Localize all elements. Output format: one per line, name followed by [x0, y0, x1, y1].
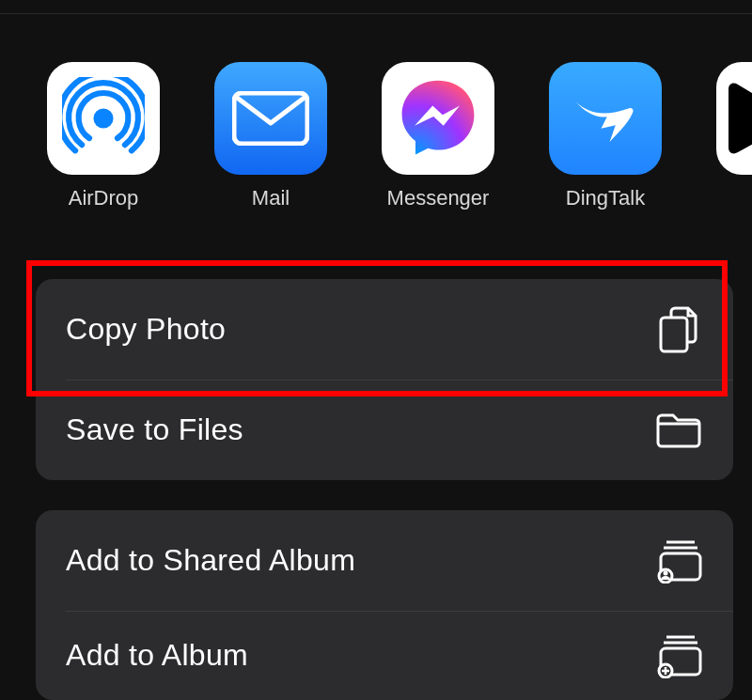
- share-app-mail[interactable]: Mail: [214, 62, 327, 210]
- add-album-icon: [652, 630, 705, 682]
- share-app-label: AirDrop: [69, 186, 139, 210]
- svg-point-0: [93, 108, 113, 128]
- share-app-label: Mail: [252, 186, 290, 210]
- action-add-shared-album[interactable]: Add to Shared Album: [36, 510, 733, 611]
- capcut-icon: [716, 62, 752, 175]
- action-label: Add to Shared Album: [66, 543, 355, 578]
- share-app-label: DingTalk: [566, 186, 645, 210]
- folder-icon: [652, 404, 705, 457]
- shared-album-icon: [652, 535, 705, 587]
- action-add-album[interactable]: Add to Album: [36, 611, 733, 700]
- messenger-icon: [382, 62, 494, 175]
- actions-group-2: Add to Shared Album Add to Album: [36, 510, 733, 700]
- actions-group-1: Copy Photo Save to Files: [36, 279, 733, 480]
- copy-icon: [652, 303, 705, 356]
- svg-point-5: [664, 570, 668, 575]
- share-app-dingtalk[interactable]: DingTalk: [549, 62, 662, 210]
- sheet-divider: [0, 13, 752, 14]
- share-app-messenger[interactable]: Messenger: [382, 62, 494, 210]
- airdrop-icon: [47, 62, 160, 175]
- action-label: Save to Files: [66, 412, 243, 447]
- action-label: Add to Album: [66, 638, 248, 673]
- share-app-label: Messenger: [387, 186, 490, 210]
- share-app-next[interactable]: C: [716, 62, 752, 210]
- action-copy-photo[interactable]: Copy Photo: [36, 279, 733, 380]
- svg-rect-1: [234, 93, 307, 144]
- action-label: Copy Photo: [66, 312, 226, 347]
- action-save-files[interactable]: Save to Files: [36, 380, 733, 480]
- share-apps-row: AirDrop Mail Me: [0, 62, 752, 210]
- mail-icon: [214, 62, 327, 175]
- share-app-airdrop[interactable]: AirDrop: [47, 62, 160, 210]
- svg-rect-2: [661, 318, 687, 351]
- dingtalk-icon: [549, 62, 662, 175]
